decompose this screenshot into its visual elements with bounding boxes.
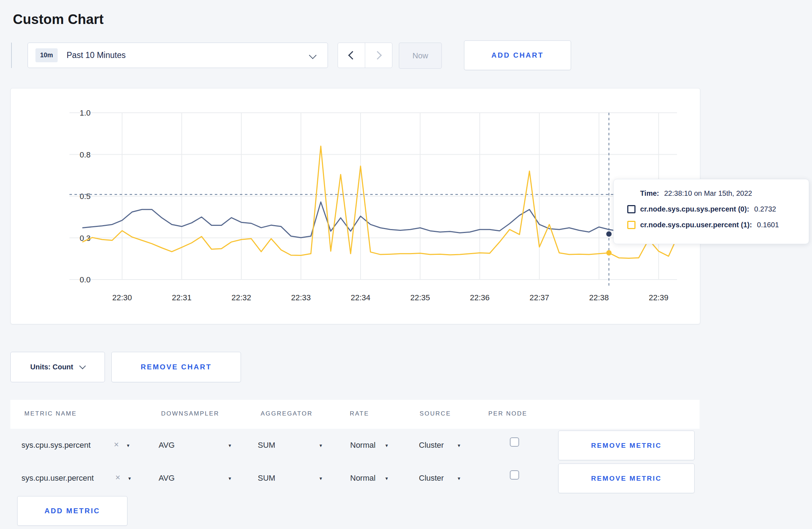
metric-name-select[interactable]: sys.cpu.user.percent (21, 474, 94, 483)
now-button[interactable]: Now (399, 43, 442, 69)
chevron-down-icon (79, 363, 86, 369)
dropdown-caret-icon[interactable]: ▼ (319, 476, 323, 481)
svg-text:22:39: 22:39 (649, 293, 668, 302)
toolbar-divider (11, 43, 12, 68)
svg-text:22:37: 22:37 (530, 293, 549, 302)
add-metric-button[interactable]: ADD METRIC (17, 496, 127, 526)
dropdown-caret-icon[interactable]: ▼ (385, 443, 389, 448)
tooltip-time-value: 22:38:10 on Mar 15th, 2022 (664, 189, 752, 197)
chart-tooltip: Time:22:38:10 on Mar 15th, 2022 cr.node.… (613, 179, 809, 244)
tooltip-series-value: 0.2732 (754, 205, 776, 213)
column-header-per-node: PER NODE (488, 410, 527, 417)
per-node-checkbox[interactable] (510, 470, 519, 480)
custom-chart-page: Custom Chart 10m Past 10 Minutes Now ADD… (0, 0, 812, 529)
column-header-aggregator: AGGREGATOR (261, 410, 313, 417)
remove-metric-name-icon[interactable]: × (115, 473, 120, 482)
dropdown-caret-icon[interactable]: ▼ (457, 476, 461, 481)
svg-text:22:31: 22:31 (172, 293, 192, 302)
time-nav-group (338, 43, 392, 68)
svg-text:22:35: 22:35 (410, 293, 430, 302)
remove-metric-button[interactable]: REMOVE METRIC (558, 431, 695, 460)
svg-text:22:38: 22:38 (589, 293, 609, 302)
time-range-select[interactable]: 10m Past 10 Minutes (28, 43, 328, 68)
aggregator-select[interactable]: SUM (258, 441, 275, 450)
series-marker-icon (627, 221, 635, 229)
rate-select[interactable]: Normal (350, 474, 376, 483)
tooltip-series-label: cr.node.sys.cpu.user.percent (1): (640, 221, 752, 229)
chevron-down-icon (309, 52, 316, 59)
chevron-right-icon (373, 51, 382, 59)
per-node-checkbox[interactable] (510, 437, 519, 447)
svg-text:22:34: 22:34 (351, 293, 370, 302)
svg-text:22:36: 22:36 (470, 293, 489, 302)
dropdown-caret-icon[interactable]: ▼ (385, 476, 389, 481)
column-header-rate: RATE (350, 410, 369, 417)
svg-text:1.0: 1.0 (79, 108, 91, 117)
add-chart-button[interactable]: ADD CHART (464, 40, 571, 70)
svg-text:22:33: 22:33 (291, 293, 311, 302)
svg-text:22:32: 22:32 (231, 293, 251, 302)
svg-text:0.0: 0.0 (79, 275, 91, 284)
tooltip-series-row: cr.node.sys.cpu.user.percent (1): 0.1601 (627, 221, 809, 229)
remove-metric-name-icon[interactable]: × (114, 440, 119, 449)
metric-name-select[interactable]: sys.cpu.sys.percent (21, 441, 91, 450)
timeseries-chart[interactable]: 0.00.30.50.81.022:3022:3122:3222:3322:34… (11, 88, 700, 324)
rate-select[interactable]: Normal (350, 441, 376, 450)
units-select[interactable]: Units: Count (10, 352, 105, 382)
tooltip-time-row: Time:22:38:10 on Mar 15th, 2022 (640, 189, 809, 198)
time-range-label: Past 10 Minutes (67, 50, 126, 60)
svg-text:22:30: 22:30 (112, 293, 132, 302)
series-marker-icon (627, 205, 635, 213)
downsampler-select[interactable]: AVG (159, 474, 175, 483)
chevron-left-icon (348, 51, 357, 59)
time-forward-button[interactable] (365, 43, 392, 68)
source-select[interactable]: Cluster (419, 474, 444, 483)
metrics-table-header: METRIC NAME DOWNSAMPLER AGGREGATOR RATE … (10, 400, 700, 429)
chart-card: 0.00.30.50.81.022:3022:3122:3222:3322:34… (10, 88, 700, 324)
page-title: Custom Chart (13, 12, 104, 27)
tooltip-time-label: Time: (640, 189, 659, 197)
svg-text:0.8: 0.8 (79, 150, 91, 159)
remove-chart-button[interactable]: REMOVE CHART (111, 352, 241, 382)
time-back-button[interactable] (338, 43, 365, 68)
tooltip-series-label: cr.node.sys.cpu.sys.percent (0): (640, 205, 749, 213)
downsampler-select[interactable]: AVG (159, 441, 175, 450)
aggregator-select[interactable]: SUM (258, 474, 275, 483)
dropdown-caret-icon[interactable]: ▼ (228, 443, 232, 448)
dropdown-caret-icon[interactable]: ▼ (457, 443, 461, 448)
source-select[interactable]: Cluster (419, 441, 444, 450)
tooltip-series-row: cr.node.sys.cpu.sys.percent (0): 0.2732 (627, 205, 809, 213)
dropdown-caret-icon[interactable]: ▼ (127, 476, 132, 481)
tooltip-series-value: 0.1601 (757, 221, 779, 229)
time-range-badge: 10m (35, 48, 58, 62)
dropdown-caret-icon[interactable]: ▼ (319, 443, 323, 448)
svg-text:0.5: 0.5 (79, 192, 91, 201)
column-header-source: SOURCE (420, 410, 451, 417)
dropdown-caret-icon[interactable]: ▼ (126, 443, 130, 448)
remove-metric-button[interactable]: REMOVE METRIC (558, 464, 695, 493)
column-header-metric-name: METRIC NAME (24, 410, 77, 417)
units-label: Units: Count (30, 363, 73, 371)
dropdown-caret-icon[interactable]: ▼ (228, 476, 232, 481)
column-header-downsampler: DOWNSAMPLER (161, 410, 219, 417)
